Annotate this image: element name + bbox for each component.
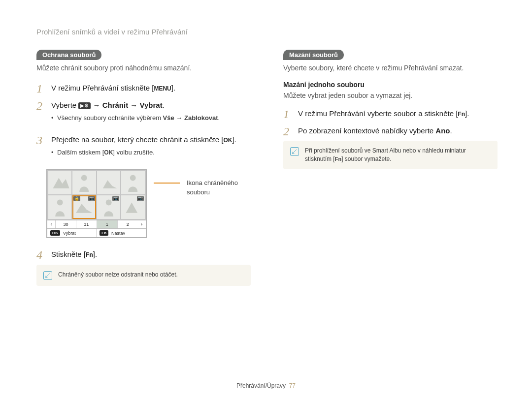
- step-number: 1: [283, 108, 291, 120]
- step-number: 1: [36, 83, 44, 94]
- svg-point-0: [81, 175, 87, 181]
- thumbnail: [121, 171, 144, 194]
- step-number: 3: [36, 134, 44, 146]
- thumbnail: [48, 195, 71, 219]
- arrow: →: [91, 101, 102, 109]
- svg-point-2: [57, 200, 63, 206]
- ok-key: OK: [223, 135, 232, 146]
- menu-vybrat: Vybrat: [140, 101, 163, 109]
- left-column: Ochrana souborů Můžete chránit soubory p…: [36, 50, 251, 286]
- lock-icon: 🔒: [73, 196, 80, 201]
- callout-leader-line: [154, 183, 180, 184]
- thumbnail: [48, 171, 71, 194]
- menu-chranit: Chránit: [102, 101, 129, 109]
- option-zablokovat: Zablokovat: [184, 114, 218, 122]
- playback-settings-icon: ▶⚙: [78, 102, 91, 109]
- callout-label: Ikona chráněného souboru: [187, 179, 251, 196]
- thumbnail-selected: 🔒 📷: [72, 195, 96, 219]
- subintro-delete-one: Můžete vybrat jeden soubor a vymazat jej…: [283, 92, 498, 99]
- step-number: 2: [283, 125, 291, 137]
- text: V režimu Přehrávání stiskněte [: [51, 84, 154, 92]
- text: ] soubor vymažete.: [341, 155, 391, 162]
- text: Všechny soubory ochráníte výběrem: [57, 114, 163, 122]
- note-text: Při prohlížení souborů ve Smart Albu neb…: [305, 147, 491, 163]
- heading-pill-protect: Ochrana souborů: [36, 50, 101, 60]
- ok-action: Vybrat: [63, 231, 76, 236]
- text: V režimu Přehrávání vyberte soubor a sti…: [298, 109, 458, 118]
- video-icon: 📷: [137, 196, 144, 201]
- fn-key-label: Fn: [100, 230, 108, 236]
- svg-point-3: [106, 200, 112, 206]
- thumbnail: [97, 171, 120, 194]
- date-bar: ‹ 30 31 1 2 ›: [47, 220, 146, 228]
- info-note-icon: [43, 271, 52, 280]
- text: ].: [232, 135, 236, 144]
- menu-key: MENU: [154, 84, 171, 94]
- right-step-1-text: V režimu Přehrávání vyberte soubor a sti…: [298, 108, 498, 120]
- video-icon: 📷: [112, 196, 119, 201]
- footer-section: Přehrávání/Úpravy: [236, 382, 286, 389]
- ok-key: OK: [104, 148, 113, 158]
- step-3-bullet: Dalším stiskem [OK] volbu zrušíte.: [51, 148, 251, 158]
- arrow: →: [128, 101, 139, 109]
- subheading-delete-one: Mazání jednoho souboru: [283, 81, 498, 89]
- fn-key: Fn: [458, 109, 465, 120]
- fn-action: Nastav: [111, 231, 125, 236]
- fn-key: Fn: [335, 155, 341, 163]
- option-vse: Vše: [163, 114, 174, 122]
- step-number: 2: [36, 100, 44, 112]
- intro-protect: Můžete chránit soubory proti náhodnému s…: [36, 64, 251, 72]
- info-note-icon: [290, 147, 299, 156]
- text: Vyberte: [51, 101, 78, 109]
- text: Po zobrazení kontextové nabídky vyberte: [298, 126, 435, 135]
- svg-point-1: [130, 175, 136, 181]
- thumbnail: 📷: [121, 195, 144, 219]
- button-bar: OKVybrat FnNastav: [47, 228, 146, 237]
- arrow: →: [174, 114, 184, 122]
- page-number: 77: [289, 382, 296, 389]
- step-2-bullet: Všechny soubory ochráníte výběrem Vše → …: [51, 113, 251, 123]
- text: ] volbu zrušíte.: [113, 149, 155, 156]
- text: .: [163, 101, 165, 109]
- text: ].: [171, 84, 175, 92]
- date-segment: 2: [117, 220, 138, 228]
- step-2-text: Vyberte ▶⚙ → Chránit → Vybrat. Všechny s…: [51, 99, 251, 128]
- thumbnail: [72, 171, 96, 194]
- date-segment: 30: [55, 220, 76, 228]
- page-footer: Přehrávání/Úpravy 77: [0, 382, 532, 389]
- ok-key-label: OK: [50, 230, 60, 236]
- option-ano: Ano: [435, 126, 450, 135]
- intro-delete: Vyberte soubory, které chcete v režimu P…: [283, 64, 498, 72]
- chevron-left-icon: ‹: [47, 222, 55, 227]
- figure-protected-thumbnails: 🔒 📷 📷 📷 ‹: [46, 169, 251, 238]
- text: .: [218, 114, 220, 122]
- video-icon: 📷: [88, 196, 95, 201]
- note-box: Při prohlížení souborů ve Smart Albu neb…: [283, 141, 498, 169]
- text: ].: [465, 109, 469, 118]
- text: .: [450, 126, 452, 135]
- step-number: 4: [36, 249, 44, 261]
- text: Stiskněte [: [51, 250, 86, 258]
- text: Přejeďte na soubor, který chcete chránit…: [51, 135, 223, 144]
- right-step-2-text: Po zobrazení kontextové nabídky vyberte …: [298, 125, 498, 137]
- step-3-text: Přejeďte na soubor, který chcete chránit…: [51, 134, 251, 163]
- right-column: Mazání souborů Vyberte soubory, které ch…: [283, 50, 498, 286]
- step-1-text: V režimu Přehrávání stiskněte [MENU].: [51, 82, 251, 94]
- date-segment: 31: [76, 220, 97, 228]
- section-title: Prohlížení snímků a videí v režimu Přehr…: [36, 28, 498, 36]
- note-box: Chráněný soubor nelze odstranit nebo otá…: [36, 265, 251, 286]
- step-4-text: Stiskněte [Fn].: [51, 248, 251, 260]
- thumbnail: 📷: [97, 195, 120, 219]
- camera-screen: 🔒 📷 📷 📷 ‹: [46, 169, 147, 238]
- chevron-right-icon: ›: [138, 222, 146, 227]
- heading-pill-delete: Mazání souborů: [283, 50, 344, 60]
- text: Dalším stiskem [: [57, 149, 104, 156]
- date-segment-active: 1: [97, 220, 117, 228]
- note-text: Chráněný soubor nelze odstranit nebo otá…: [58, 271, 178, 279]
- text: ].: [93, 250, 97, 258]
- fn-key: Fn: [86, 250, 93, 260]
